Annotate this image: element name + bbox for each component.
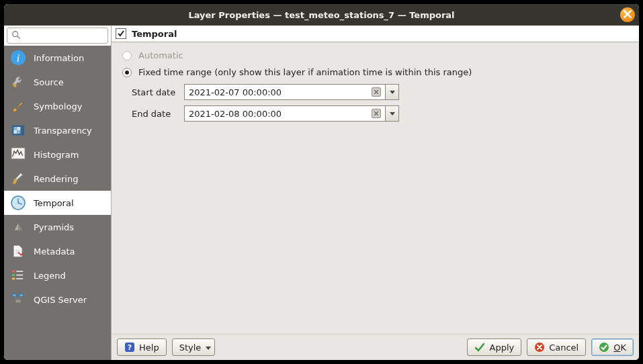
style-button[interactable]: Style [172,338,216,356]
paintbrush-icon [9,170,27,187]
main-panel: Temporal Automatic Fixed time range (onl… [112,26,639,360]
end-date-label: End date [132,109,179,119]
sidebar-item-information[interactable]: i Information [4,46,111,70]
svg-rect-24 [13,294,17,297]
help-button[interactable]: ? Help [117,338,167,356]
temporal-header: Temporal [112,26,639,42]
svg-line-27 [14,297,18,300]
svg-marker-35 [206,347,211,350]
transparency-icon [9,122,27,139]
sidebar-list: i Information Source Symbology [4,46,111,360]
svg-text:i: i [17,52,19,64]
svg-marker-30 [390,91,395,94]
search-icon [11,30,21,42]
clear-icon[interactable] [372,109,381,118]
fixed-range-option: Fixed time range (only show this layer i… [122,67,628,77]
help-button-label: Help [139,343,159,353]
close-button[interactable] [620,7,635,22]
sidebar-item-label: QGIS Server [34,295,87,305]
sidebar-item-transparency[interactable]: Transparency [4,118,111,142]
sidebar-item-source[interactable]: Source [4,70,111,94]
start-date-value: 2021-02-07 00:00:00 [189,87,282,97]
cancel-icon [534,342,545,353]
sidebar-item-label: Symbology [34,101,82,111]
sidebar-item-label: Metadata [34,246,75,257]
apply-button[interactable]: Apply [467,338,521,356]
start-date-input[interactable]: 2021-02-07 00:00:00 [184,84,386,100]
end-date-field: 2021-02-08 00:00:00 [184,105,399,122]
start-date-dropdown-button[interactable] [386,84,399,100]
sidebar-item-label: Transparency [34,126,92,136]
apply-button-label: Apply [489,343,514,353]
dialog-window: Layer Properties — test_meteo_stations_7… [4,4,639,360]
window-title: Layer Properties — test_meteo_stations_7… [188,10,454,20]
search-input-wrap[interactable] [7,28,108,44]
information-icon: i [9,49,27,66]
close-icon [624,10,632,20]
clock-icon [9,194,27,212]
sidebar-item-label: Temporal [34,198,74,208]
sidebar-item-temporal[interactable]: Temporal [4,191,111,215]
temporal-header-label: Temporal [132,29,177,39]
svg-rect-25 [19,294,24,297]
svg-rect-26 [15,300,21,303]
sidebar-item-label: Rendering [34,174,78,184]
automatic-label: Automatic [138,50,183,60]
document-icon [9,242,27,260]
end-date-value: 2021-02-08 00:00:00 [189,109,282,119]
ok-icon [599,342,609,353]
svg-rect-5 [13,127,17,130]
end-date-dropdown-button[interactable] [386,105,399,122]
style-button-label: Style [179,343,202,353]
ok-button[interactable]: OK [591,338,634,356]
sidebar-item-label: Information [34,53,84,63]
sidebar-item-label: Source [34,77,64,87]
legend-icon [9,267,27,284]
svg-rect-19 [12,274,15,276]
svg-rect-18 [12,271,15,273]
cancel-button[interactable]: Cancel [527,338,586,356]
sidebar-item-pyramids[interactable]: Pyramids [4,215,111,239]
svg-marker-32 [390,112,395,116]
sidebar-item-histogram[interactable]: Histogram [4,142,111,167]
sidebar-item-qgis-server[interactable]: QGIS Server [4,287,111,312]
end-date-input[interactable]: 2021-02-08 00:00:00 [184,105,386,122]
titlebar: Layer Properties — test_meteo_stations_7… [4,4,639,26]
svg-rect-6 [17,127,20,130]
fixed-range-label: Fixed time range (only show this layer i… [138,67,472,77]
help-icon: ? [124,342,135,353]
svg-point-37 [599,343,609,352]
pyramids-icon [9,218,27,236]
svg-rect-7 [13,130,17,134]
chevron-down-icon [205,343,212,353]
sidebar-item-symbology[interactable]: Symbology [4,94,111,118]
histogram-icon [9,146,27,163]
sidebar-item-label: Histogram [34,150,79,160]
button-bar: ? Help Style Apply [112,334,639,360]
sidebar: i Information Source Symbology [4,26,112,360]
svg-line-1 [17,36,20,38]
ok-button-label: OK [613,343,626,353]
sidebar-item-metadata[interactable]: Metadata [4,239,111,263]
brush-icon [9,97,27,115]
svg-line-28 [18,297,22,300]
clear-icon[interactable] [372,87,381,97]
automatic-option: Automatic [122,50,628,60]
automatic-radio[interactable] [122,51,132,60]
sidebar-item-label: Pyramids [34,222,74,232]
sidebar-item-legend[interactable]: Legend [4,263,111,287]
svg-text:?: ? [128,343,132,352]
server-icon [9,291,27,308]
check-icon [474,342,485,353]
cancel-button-label: Cancel [549,343,578,353]
temporal-settings: Automatic Fixed time range (only show th… [112,42,639,334]
svg-rect-8 [17,130,20,134]
wrench-icon [9,73,27,91]
start-date-label: Start date [132,87,179,97]
svg-rect-20 [12,278,15,280]
fixed-range-radio[interactable] [122,68,132,77]
temporal-enable-checkbox[interactable] [116,28,126,39]
sidebar-item-label: Legend [34,271,66,281]
sidebar-item-rendering[interactable]: Rendering [4,167,111,191]
start-date-field: 2021-02-07 00:00:00 [184,84,399,100]
